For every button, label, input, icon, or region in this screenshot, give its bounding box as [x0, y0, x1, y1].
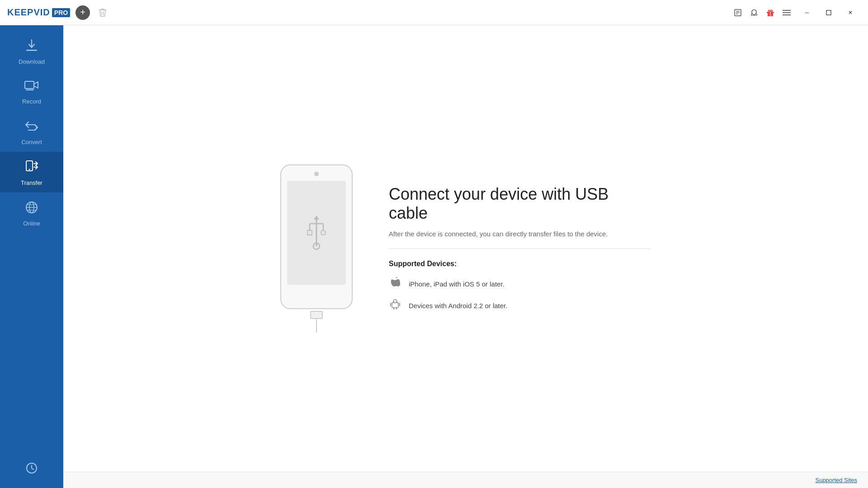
phone-illustration — [280, 164, 353, 333]
supported-devices-label: Supported Devices: — [389, 260, 651, 268]
title-bar-left: KEEPVID PRO + — [7, 5, 110, 20]
app-body: Download Record Convert — [0, 25, 868, 488]
svg-point-36 — [394, 301, 395, 302]
sidebar-item-online[interactable]: Online — [0, 192, 63, 233]
logo-pro: PRO — [52, 8, 70, 17]
apple-icon — [389, 277, 401, 291]
convert-icon — [25, 119, 38, 136]
trash-icon — [99, 8, 107, 17]
device-item-android: Devices with Android 2.2 or later. — [389, 299, 651, 312]
phone-speaker — [314, 172, 319, 176]
svg-rect-29 — [307, 230, 312, 235]
clock-icon[interactable] — [21, 458, 42, 481]
minimize-button[interactable]: ─ — [797, 5, 817, 20]
main-subtitle: After the device is connected, you can d… — [389, 230, 651, 249]
svg-point-6 — [752, 9, 756, 14]
sidebar-bottom — [0, 458, 63, 488]
qq-icon[interactable] — [748, 6, 760, 19]
sidebar: Download Record Convert — [0, 25, 63, 488]
svg-point-37 — [396, 301, 397, 302]
connector-rect — [310, 311, 323, 319]
window-controls: ─ ✕ — [797, 5, 861, 20]
maximize-icon — [826, 10, 831, 15]
supported-sites-link[interactable]: Supported Sites — [815, 477, 857, 483]
transfer-icon — [25, 160, 38, 177]
svg-rect-13 — [826, 10, 831, 15]
phone-body — [280, 164, 353, 309]
sidebar-record-label: Record — [22, 98, 41, 105]
content-main: Connect your device with USB cable After… — [63, 25, 868, 472]
add-icon: + — [80, 7, 85, 18]
gift-icon[interactable] — [764, 6, 777, 19]
svg-rect-15 — [25, 81, 34, 89]
android-device-text: Devices with Android 2.2 or later. — [409, 302, 507, 310]
content-area: Connect your device with USB cable After… — [63, 25, 868, 488]
device-list: iPhone, iPad with iOS 5 or later. — [389, 277, 651, 312]
device-item-ios: iPhone, iPad with iOS 5 or later. — [389, 277, 651, 291]
sidebar-item-record[interactable]: Record — [0, 71, 63, 111]
download-icon — [24, 38, 39, 56]
content-inner: Connect your device with USB cable After… — [280, 164, 651, 333]
phone-connector — [310, 311, 323, 333]
svg-point-7 — [753, 14, 755, 15]
minimize-icon: ─ — [805, 9, 809, 16]
sidebar-item-download[interactable]: Download — [0, 30, 63, 71]
logo-name: KEEPVID — [7, 7, 50, 18]
phone-screen — [287, 181, 346, 285]
notes-icon[interactable] — [731, 6, 744, 19]
connector-line — [316, 319, 317, 333]
sidebar-convert-label: Convert — [21, 139, 42, 145]
record-icon — [24, 80, 39, 95]
sidebar-item-transfer[interactable]: Transfer — [0, 152, 63, 192]
maximize-button[interactable] — [818, 5, 839, 20]
sidebar-download-label: Download — [19, 58, 45, 65]
svg-rect-16 — [26, 89, 34, 90]
title-bar: KEEPVID PRO + — [0, 0, 868, 25]
android-icon — [389, 299, 401, 312]
ios-device-text: iPhone, iPad with iOS 5 or later. — [409, 280, 505, 288]
close-icon: ✕ — [848, 9, 853, 16]
info-section: Connect your device with USB cable After… — [389, 185, 651, 312]
main-title: Connect your device with USB cable — [389, 185, 651, 223]
add-button[interactable]: + — [75, 5, 90, 20]
sidebar-item-convert[interactable]: Convert — [0, 111, 63, 152]
svg-rect-14 — [26, 50, 37, 51]
sidebar-transfer-label: Transfer — [21, 179, 42, 186]
close-button[interactable]: ✕ — [840, 5, 861, 20]
footer: Supported Sites — [63, 472, 868, 488]
online-icon — [25, 201, 38, 217]
usb-symbol — [303, 212, 330, 253]
svg-point-30 — [321, 230, 326, 235]
sidebar-online-label: Online — [23, 220, 40, 227]
menu-icon[interactable] — [780, 6, 793, 19]
toolbar-icons: ─ ✕ — [731, 5, 861, 20]
svg-point-18 — [29, 169, 30, 170]
app-logo: KEEPVID PRO — [7, 7, 70, 18]
delete-button[interactable] — [95, 5, 110, 20]
